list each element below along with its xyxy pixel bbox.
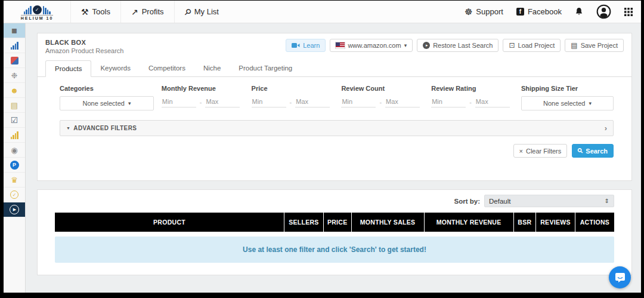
sort-by-select[interactable]: Default ⇕ <box>484 195 614 207</box>
black-box-cube-icon: ◼ <box>11 26 17 35</box>
range-separator: - <box>379 99 382 106</box>
pushpin-icon: ⚲ <box>182 6 193 17</box>
black-box-card: BLACK BOX Amazon Product Research Learn … <box>37 33 632 181</box>
sidebar-item-scribbles[interactable]: ▤ <box>4 98 25 113</box>
black-box-titles: BLACK BOX Amazon Product Research <box>45 39 123 54</box>
search-button[interactable]: ⚲ Search <box>572 144 614 158</box>
sidebar-item-frankenstein[interactable]: ☻ <box>4 83 25 98</box>
load-project-button[interactable]: ⊡ Load Project <box>503 39 561 52</box>
shipping-size-tier-label: Shipping Size Tier <box>521 85 614 92</box>
col-bsr: BSR <box>513 213 536 232</box>
page-subtitle: Amazon Product Research <box>45 47 123 54</box>
us-flag-icon <box>336 42 345 48</box>
tab-product-targeting[interactable]: Product Targeting <box>230 60 301 77</box>
sort-row: Sort by: Default ⇕ <box>55 195 614 207</box>
helium10-logo[interactable]: ✓ HELIUM 10 <box>4 1 70 23</box>
sidebar-item-hijacker-alert[interactable]: ◉ <box>4 143 25 158</box>
black-box-header: BLACK BOX Amazon Product Research Learn … <box>38 33 631 58</box>
save-project-button[interactable]: ▤ Save Project <box>565 39 624 52</box>
sidebar-item-cerebro[interactable]: ❉ <box>4 68 25 83</box>
sidebar-item-keyword-tracker[interactable] <box>4 128 25 143</box>
review-count-max-input[interactable] <box>385 96 420 107</box>
sidebar-item-academy[interactable]: ▶ <box>4 202 25 217</box>
review-rating-max-input[interactable] <box>475 96 510 107</box>
notifications-bell-icon[interactable] <box>575 7 583 16</box>
trend-chart-icon: ↗ <box>131 7 138 17</box>
sidebar-item-refund-checker[interactable]: ✓ <box>4 188 25 202</box>
shipping-size-tier-select[interactable]: None selected ▾ <box>521 96 614 110</box>
col-price: PRICE <box>323 213 351 232</box>
price-min-input[interactable] <box>252 96 286 107</box>
sidebar-item-trendster[interactable] <box>4 38 25 53</box>
restore-icon: ▸ <box>423 42 430 49</box>
filter-categories: Categories None selected ▾ <box>60 85 154 110</box>
nav-profits-label: Profits <box>142 7 164 16</box>
header-actions: Learn www.amazon.com ▾ ▸ Restore Last Se… <box>286 39 624 52</box>
page-title: BLACK BOX <box>45 39 123 46</box>
sidebar-item-profits[interactable]: P <box>4 158 25 173</box>
support-label: Support <box>476 7 503 16</box>
tab-competitors[interactable]: Competitors <box>140 60 194 77</box>
sidebar-item-refund-genie[interactable]: ♛ <box>4 173 25 188</box>
account-avatar-icon[interactable] <box>596 4 611 19</box>
filter-review-count: Review Count - <box>341 85 423 110</box>
learn-button[interactable]: Learn <box>286 39 326 52</box>
results-header-row: PRODUCT SELLERS PRICE MONTHLY SALES MONT… <box>55 213 614 232</box>
save-icon: ▤ <box>571 42 577 49</box>
nav-tools-label: Tools <box>92 7 110 16</box>
review-count-range: - <box>341 96 423 107</box>
price-max-input[interactable] <box>295 96 330 107</box>
chevron-right-icon: › <box>605 124 607 133</box>
x-icon: × <box>519 148 523 155</box>
nav-profits[interactable]: ↗ Profits <box>120 1 174 23</box>
nav-my-list-label: My List <box>194 7 219 16</box>
categories-select[interactable]: None selected ▾ <box>60 96 154 110</box>
categories-label: Categories <box>60 85 154 92</box>
col-monthly-revenue: MONTHLY REVENUE <box>424 213 513 232</box>
funnel-icon: ▼ <box>66 126 70 130</box>
advanced-filters-label-group: ▼ ADVANCED FILTERS <box>66 125 137 131</box>
col-sellers: SELLERS <box>284 213 324 232</box>
review-rating-min-input[interactable] <box>431 96 466 107</box>
check-circle-icon: ✓ <box>10 191 18 199</box>
topnav-right-group: ☸ Support f Facebook <box>465 1 641 23</box>
video-camera-icon <box>292 42 300 48</box>
chat-widget-button[interactable] <box>609 266 631 288</box>
tab-products[interactable]: Products <box>45 60 91 77</box>
tab-niche[interactable]: Niche <box>194 60 230 77</box>
search-type-tabs: Products Keywords Competitors Niche Prod… <box>38 60 631 77</box>
tool-sidebar: ◼ ❉ ☻ ▤ ☑ <box>4 23 26 293</box>
sidebar-item-black-box[interactable]: ◼ <box>4 23 25 38</box>
caret-down-icon: ▾ <box>128 100 131 106</box>
monthly-revenue-range: - <box>162 96 244 107</box>
marketplace-dropdown[interactable]: www.amazon.com ▾ <box>330 39 413 52</box>
filter-shipping-size-tier: Shipping Size Tier None selected ▾ <box>521 85 614 110</box>
top-navbar: ✓ HELIUM 10 ⚒ Tools ↗ Profits ⚲ My List … <box>4 1 641 23</box>
price-label: Price <box>252 85 334 92</box>
helium10-logo-bars-icon: ✓ <box>24 4 51 14</box>
monthly-revenue-max-input[interactable] <box>205 96 240 107</box>
app-window: ✓ HELIUM 10 ⚒ Tools ↗ Profits ⚲ My List … <box>4 1 641 293</box>
nav-my-list[interactable]: ⚲ My List <box>174 1 229 23</box>
restore-last-search-button[interactable]: ▸ Restore Last Search <box>417 39 499 52</box>
support-link[interactable]: ☸ Support <box>465 7 503 17</box>
load-icon: ⊡ <box>509 42 515 49</box>
sidebar-item-index-checker[interactable]: ☑ <box>4 113 25 128</box>
tab-keywords[interactable]: Keywords <box>91 60 140 77</box>
col-actions: ACTIONS <box>575 213 614 232</box>
apps-grid-icon[interactable] <box>624 8 633 16</box>
review-count-min-input[interactable] <box>341 96 376 107</box>
shipping-size-tier-value: None selected <box>543 100 585 107</box>
clear-filters-label: Clear Filters <box>526 148 561 155</box>
clear-filters-button[interactable]: × Clear Filters <box>513 144 568 158</box>
results-card: Sort by: Default ⇕ PRODUCT SELLERS PRICE… <box>37 189 632 275</box>
frankenstein-face-icon: ☻ <box>10 86 18 95</box>
monthly-revenue-min-input[interactable] <box>162 96 196 107</box>
range-separator: - <box>290 99 292 106</box>
play-circle-icon: ▶ <box>10 205 19 214</box>
nav-tools[interactable]: ⚒ Tools <box>70 1 120 23</box>
advanced-filters-toggle[interactable]: ▼ ADVANCED FILTERS › <box>60 120 614 136</box>
col-product: PRODUCT <box>55 213 284 232</box>
facebook-link[interactable]: f Facebook <box>516 7 562 16</box>
sidebar-item-magnet[interactable] <box>4 53 25 68</box>
